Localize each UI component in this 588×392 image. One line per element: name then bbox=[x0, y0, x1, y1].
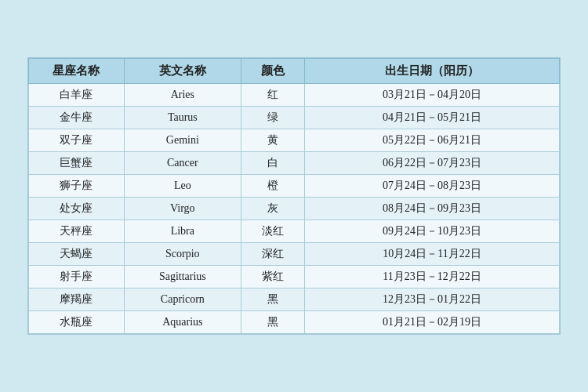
cell-chinese-5: 处女座 bbox=[29, 198, 125, 220]
cell-date-2: 05月22日－06月21日 bbox=[305, 129, 560, 152]
table-row: 摩羯座Capricorn黑12月23日－01月22日 bbox=[29, 289, 560, 311]
cell-chinese-2: 双子座 bbox=[29, 129, 125, 152]
cell-color-10: 黑 bbox=[241, 311, 304, 334]
cell-chinese-10: 水瓶座 bbox=[29, 311, 125, 334]
cell-color-9: 黑 bbox=[241, 289, 304, 311]
cell-color-5: 灰 bbox=[241, 198, 304, 220]
zodiac-table: 星座名称 英文名称 颜色 出生日期（阳历） 白羊座Aries红03月21日－04… bbox=[28, 58, 560, 334]
table-row: 处女座Virgo灰08月24日－09月23日 bbox=[29, 198, 560, 220]
header-date: 出生日期（阳历） bbox=[305, 59, 560, 84]
cell-date-8: 11月23日－12月22日 bbox=[305, 266, 560, 289]
table-row: 水瓶座Aquarius黑01月21日－02月19日 bbox=[29, 311, 560, 334]
table-body: 白羊座Aries红03月21日－04月20日金牛座Taurus绿04月21日－0… bbox=[29, 84, 560, 334]
cell-date-4: 07月24日－08月23日 bbox=[305, 175, 560, 198]
cell-date-9: 12月23日－01月22日 bbox=[305, 289, 560, 311]
cell-color-6: 淡红 bbox=[241, 220, 304, 243]
cell-color-4: 橙 bbox=[241, 175, 304, 198]
cell-english-8: Sagittarius bbox=[124, 266, 241, 289]
header-english: 英文名称 bbox=[124, 59, 241, 84]
cell-chinese-4: 狮子座 bbox=[29, 175, 125, 198]
cell-date-3: 06月22日－07月23日 bbox=[305, 152, 560, 175]
cell-color-1: 绿 bbox=[241, 107, 304, 129]
cell-chinese-3: 巨蟹座 bbox=[29, 152, 125, 175]
table-row: 射手座Sagittarius紫红11月23日－12月22日 bbox=[29, 266, 560, 289]
cell-date-0: 03月21日－04月20日 bbox=[305, 84, 560, 107]
cell-date-1: 04月21日－05月21日 bbox=[305, 107, 560, 129]
header-color: 颜色 bbox=[241, 59, 304, 84]
table-row: 天蝎座Scorpio深红10月24日－11月22日 bbox=[29, 243, 560, 266]
table-row: 白羊座Aries红03月21日－04月20日 bbox=[29, 84, 560, 107]
cell-color-8: 紫红 bbox=[241, 266, 304, 289]
cell-english-0: Aries bbox=[124, 84, 241, 107]
cell-color-0: 红 bbox=[241, 84, 304, 107]
cell-chinese-9: 摩羯座 bbox=[29, 289, 125, 311]
cell-english-10: Aquarius bbox=[124, 311, 241, 334]
cell-english-1: Taurus bbox=[124, 107, 241, 129]
table-row: 巨蟹座Cancer白06月22日－07月23日 bbox=[29, 152, 560, 175]
table-header-row: 星座名称 英文名称 颜色 出生日期（阳历） bbox=[29, 59, 560, 84]
cell-date-10: 01月21日－02月19日 bbox=[305, 311, 560, 334]
cell-date-7: 10月24日－11月22日 bbox=[305, 243, 560, 266]
cell-english-5: Virgo bbox=[124, 198, 241, 220]
cell-color-2: 黄 bbox=[241, 129, 304, 152]
cell-chinese-1: 金牛座 bbox=[29, 107, 125, 129]
cell-date-5: 08月24日－09月23日 bbox=[305, 198, 560, 220]
cell-chinese-0: 白羊座 bbox=[29, 84, 125, 107]
zodiac-table-container: 星座名称 英文名称 颜色 出生日期（阳历） 白羊座Aries红03月21日－04… bbox=[27, 57, 561, 335]
cell-english-4: Leo bbox=[124, 175, 241, 198]
table-row: 天秤座Libra淡红09月24日－10月23日 bbox=[29, 220, 560, 243]
cell-english-6: Libra bbox=[124, 220, 241, 243]
cell-chinese-7: 天蝎座 bbox=[29, 243, 125, 266]
cell-chinese-8: 射手座 bbox=[29, 266, 125, 289]
header-chinese: 星座名称 bbox=[29, 59, 125, 84]
table-row: 狮子座Leo橙07月24日－08月23日 bbox=[29, 175, 560, 198]
cell-english-9: Capricorn bbox=[124, 289, 241, 311]
cell-english-3: Cancer bbox=[124, 152, 241, 175]
cell-date-6: 09月24日－10月23日 bbox=[305, 220, 560, 243]
table-row: 金牛座Taurus绿04月21日－05月21日 bbox=[29, 107, 560, 129]
cell-color-3: 白 bbox=[241, 152, 304, 175]
cell-chinese-6: 天秤座 bbox=[29, 220, 125, 243]
cell-color-7: 深红 bbox=[241, 243, 304, 266]
cell-english-2: Gemini bbox=[124, 129, 241, 152]
cell-english-7: Scorpio bbox=[124, 243, 241, 266]
table-row: 双子座Gemini黄05月22日－06月21日 bbox=[29, 129, 560, 152]
